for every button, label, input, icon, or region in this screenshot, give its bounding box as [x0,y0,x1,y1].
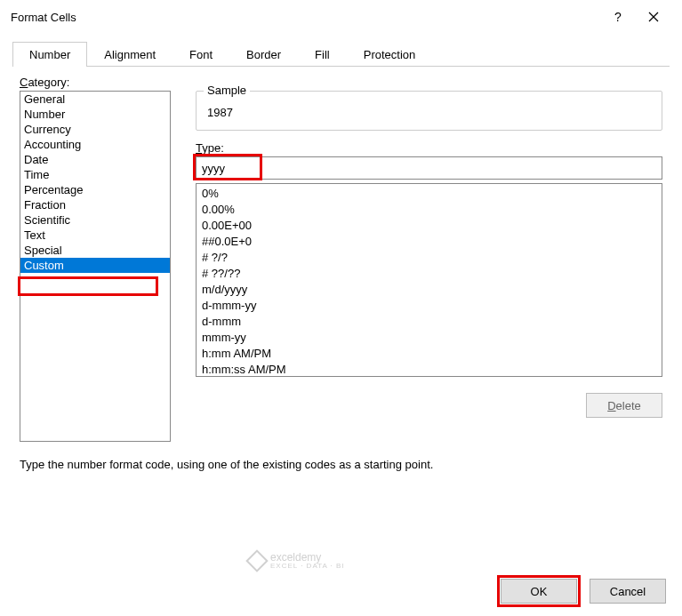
delete-button[interactable]: Delete [586,393,662,418]
tab-fill[interactable]: Fill [298,42,347,67]
category-item[interactable]: Number [20,107,170,122]
sample-group: Sample 1987 [196,91,662,131]
sample-label: Sample [204,84,250,97]
watermark-logo-icon [245,549,268,572]
category-item[interactable]: Time [20,167,170,182]
category-label: Category: [20,76,662,89]
category-item[interactable]: Date [20,152,170,167]
tab-border[interactable]: Border [229,42,298,67]
type-item[interactable]: # ?/? [200,250,658,266]
category-item[interactable]: Fraction [20,197,170,212]
type-item[interactable]: h:mm AM/PM [200,346,658,362]
type-item[interactable]: # ??/?? [200,266,658,282]
help-text: Type the number format code, using one o… [20,458,662,471]
category-item[interactable]: General [20,92,170,107]
category-item[interactable]: Accounting [20,137,170,152]
category-item[interactable]: Percentage [20,182,170,197]
tab-protection[interactable]: Protection [347,42,433,67]
type-item[interactable]: 0% [200,186,658,202]
type-input[interactable] [196,156,662,180]
category-item[interactable]: Special [20,243,170,258]
type-listbox[interactable]: 0% 0.00% 0.00E+00 ##0.0E+0 # ?/? # ??/??… [196,183,662,377]
tab-alignment[interactable]: Alignment [87,42,173,67]
category-item-custom[interactable]: Custom [20,258,170,273]
type-item[interactable]: mmm-yy [200,330,658,346]
dialog-title: Format Cells [11,11,600,24]
cancel-button[interactable]: Cancel [590,579,666,604]
tab-body: Category: General Number Currency Accoun… [0,67,682,480]
sample-value: 1987 [205,104,653,121]
type-item[interactable]: m/d/yyyy [200,282,658,298]
type-item[interactable]: ##0.0E+0 [200,234,658,250]
type-item[interactable]: d-mmm-yy [200,298,658,314]
tab-font[interactable]: Font [173,42,229,67]
close-button[interactable] [636,4,671,29]
tab-number[interactable]: Number [12,42,87,67]
titlebar: Format Cells ? [0,0,682,32]
watermark-sub: EXCEL · DATA · BI [270,562,345,570]
type-label: Type: [196,141,662,155]
type-item[interactable]: 0.00E+00 [200,218,658,234]
type-item[interactable]: 0.00% [200,202,658,218]
help-button[interactable]: ? [600,4,636,29]
type-item[interactable]: d-mmm [200,314,658,330]
category-listbox[interactable]: General Number Currency Accounting Date … [20,91,171,442]
ok-button[interactable]: OK [501,579,577,604]
tabstrip: Number Alignment Font Border Fill Protec… [12,41,670,67]
close-icon [648,12,659,22]
category-item[interactable]: Currency [20,122,170,137]
watermark: exceldemy EXCEL · DATA · BI [249,551,345,570]
type-item[interactable]: h:mm:ss AM/PM [200,362,658,377]
dialog-footer: OK Cancel [501,579,666,604]
category-item[interactable]: Scientific [20,212,170,228]
category-item[interactable]: Text [20,228,170,243]
